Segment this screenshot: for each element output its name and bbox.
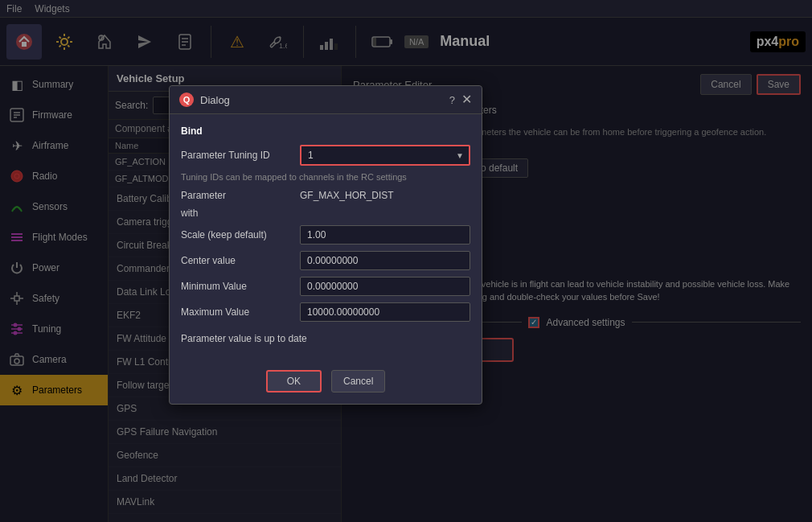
dialog-title-actions: ? ✕ <box>449 93 472 106</box>
dialog-app-icon: Q <box>179 92 194 107</box>
dialog-min-input[interactable] <box>300 277 470 296</box>
dialog-tuning-hint: Tuning IDs can be mapped to channels in … <box>181 172 470 182</box>
dialog-overlay: Q Dialog ? ✕ Bind Parameter Tuning ID 1 … <box>0 0 812 522</box>
dialog-select-wrapper: 1 2 3 ▼ <box>300 145 470 166</box>
dialog-scale-input[interactable] <box>300 225 470 245</box>
dialog-max-input[interactable] <box>300 302 470 322</box>
dialog-with-label: with <box>181 208 293 219</box>
dialog-body: Bind Parameter Tuning ID 1 2 3 ▼ Tuning … <box>170 114 482 364</box>
dialog-footer: OK Cancel <box>170 364 482 404</box>
dialog-section-bind: Bind <box>181 125 470 137</box>
dialog-center-label: Center value <box>181 255 293 266</box>
dialog-tuning-id-select[interactable]: 1 2 3 <box>301 146 469 164</box>
dialog-max-row: Maximum Value <box>181 302 470 322</box>
dialog-tuning-id-row: Parameter Tuning ID 1 2 3 ▼ <box>181 145 470 166</box>
dialog-tuning-id-label: Parameter Tuning ID <box>181 150 293 161</box>
dialog-param-row: Parameter GF_MAX_HOR_DIST <box>181 190 470 201</box>
dialog: Q Dialog ? ✕ Bind Parameter Tuning ID 1 … <box>169 85 482 405</box>
dialog-help-icon[interactable]: ? <box>449 94 455 106</box>
dialog-close-icon[interactable]: ✕ <box>461 93 472 106</box>
dialog-scale-row: Scale (keep default) <box>181 225 470 245</box>
dialog-with-row: with <box>181 208 470 219</box>
dialog-max-label: Maximum Value <box>181 306 293 318</box>
dialog-param-label: Parameter <box>181 190 293 201</box>
dialog-param-value: GF_MAX_HOR_DIST <box>300 190 394 201</box>
dialog-status: Parameter value is up to date <box>181 333 470 344</box>
dialog-min-row: Minimum Value <box>181 277 470 296</box>
dialog-cancel-button[interactable]: Cancel <box>331 370 385 393</box>
dialog-title-left: Q Dialog <box>179 92 230 107</box>
dialog-title-text: Dialog <box>200 94 230 106</box>
dialog-center-row: Center value <box>181 251 470 270</box>
dialog-min-label: Minimum Value <box>181 281 293 292</box>
dialog-ok-button[interactable]: OK <box>266 370 322 393</box>
dialog-scale-label: Scale (keep default) <box>181 229 293 240</box>
dialog-center-input[interactable] <box>300 251 470 270</box>
dialog-title-bar: Q Dialog ? ✕ <box>170 86 482 114</box>
